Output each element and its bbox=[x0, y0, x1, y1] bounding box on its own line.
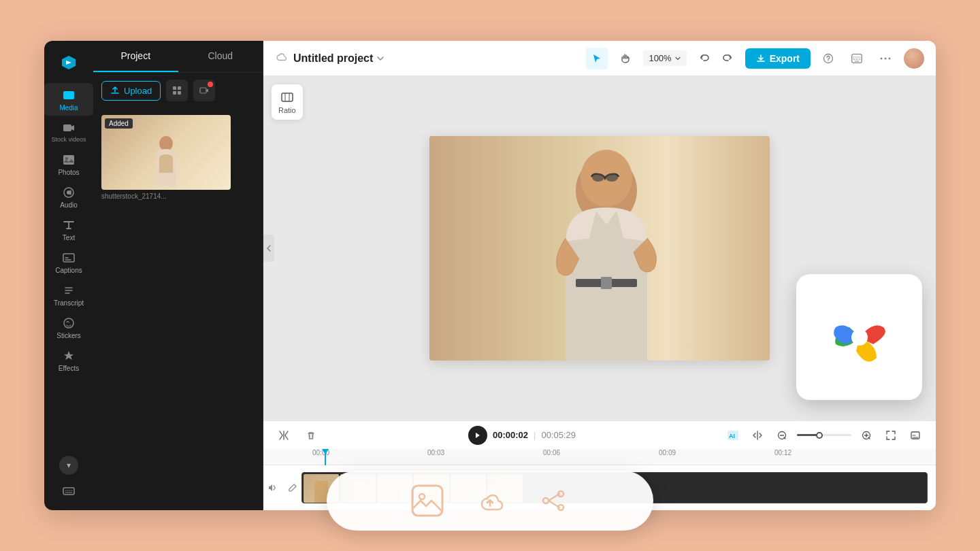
top-bar: Untitled project 100% bbox=[263, 41, 936, 76]
svg-point-16 bbox=[828, 60, 828, 61]
main-area: Untitled project 100% bbox=[263, 41, 936, 510]
fit-view-button[interactable] bbox=[881, 426, 900, 445]
add-media-icon[interactable] bbox=[410, 483, 445, 518]
zoom-slider[interactable] bbox=[797, 434, 851, 436]
sidebar-bottom: ▾ bbox=[55, 456, 82, 510]
redo-button[interactable] bbox=[717, 48, 738, 69]
sidebar-item-transcript[interactable]: Transcript bbox=[44, 278, 93, 311]
svg-point-29 bbox=[851, 329, 868, 346]
cloud-save-icon bbox=[274, 52, 287, 65]
undo-redo-group bbox=[693, 48, 738, 69]
svg-point-36 bbox=[419, 494, 425, 499]
cloud-upload-icon[interactable] bbox=[472, 483, 508, 518]
delete-tool-button[interactable] bbox=[301, 426, 321, 445]
select-tool-button[interactable] bbox=[586, 48, 608, 69]
media-grid: Added shutterstock_21714... bbox=[93, 108, 263, 510]
player-controls: 00:00:02 | 00:05:29 AI bbox=[263, 420, 936, 449]
svg-point-38 bbox=[558, 505, 564, 510]
zoom-control[interactable]: 100% bbox=[643, 50, 686, 66]
panel-toolbar: Upload bbox=[93, 73, 263, 108]
google-photos-popup[interactable] bbox=[796, 274, 922, 400]
trim-tool-button[interactable] bbox=[274, 426, 293, 445]
sidebar-item-keyboard[interactable] bbox=[55, 479, 82, 502]
svg-point-25 bbox=[592, 173, 604, 182]
zoom-out-button[interactable] bbox=[772, 426, 791, 445]
svg-rect-8 bbox=[63, 488, 74, 495]
svg-rect-9 bbox=[173, 86, 176, 90]
left-panel: Project Cloud Upload bbox=[93, 41, 263, 510]
chevron-down-icon bbox=[376, 54, 385, 63]
ai-tools-button[interactable]: AI bbox=[723, 426, 742, 445]
sidebar-item-captions[interactable]: Captions bbox=[44, 246, 93, 278]
hand-tool-button[interactable] bbox=[615, 48, 636, 69]
tab-project[interactable]: Project bbox=[93, 41, 178, 72]
sidebar: Media Stock videos Photos Audio bbox=[44, 41, 93, 510]
sidebar-item-effects[interactable]: Effects bbox=[44, 344, 93, 376]
play-button[interactable] bbox=[468, 426, 487, 445]
undo-button[interactable] bbox=[693, 48, 715, 69]
svg-rect-13 bbox=[200, 88, 206, 93]
added-badge: Added bbox=[105, 118, 133, 129]
panel-collapse-button[interactable] bbox=[263, 235, 274, 262]
svg-point-37 bbox=[558, 491, 564, 497]
sidebar-item-text[interactable]: Text bbox=[44, 213, 93, 246]
svg-point-3 bbox=[65, 157, 68, 160]
share-icon[interactable] bbox=[535, 483, 570, 518]
total-time: 00:05:29 bbox=[541, 430, 576, 440]
ruler-mark-4: 00:12 bbox=[774, 449, 791, 456]
ruler-mark-1: 00:03 bbox=[427, 449, 444, 456]
ruler-mark-3: 00:09 bbox=[659, 449, 676, 456]
sidebar-item-photos[interactable]: Photos bbox=[44, 148, 93, 180]
split-tool-button[interactable] bbox=[748, 426, 767, 445]
current-time: 00:00:02 bbox=[493, 430, 528, 440]
track-volume-button[interactable] bbox=[263, 478, 281, 497]
sidebar-item-audio[interactable]: Audio bbox=[44, 180, 93, 213]
track-edit-button[interactable] bbox=[284, 478, 301, 497]
svg-point-19 bbox=[885, 57, 887, 59]
svg-rect-12 bbox=[178, 91, 181, 95]
svg-rect-21 bbox=[282, 93, 293, 101]
user-avatar[interactable] bbox=[903, 48, 925, 69]
canvas-area: Ratio bbox=[263, 76, 936, 420]
media-filename: shutterstock_21714... bbox=[101, 193, 231, 200]
record-indicator bbox=[208, 82, 213, 87]
keyboard-shortcut-button[interactable] bbox=[846, 48, 868, 69]
avatar-image bbox=[904, 48, 924, 69]
svg-rect-11 bbox=[173, 91, 176, 95]
project-title[interactable]: Untitled project bbox=[293, 52, 385, 65]
zoom-in-button[interactable] bbox=[857, 426, 876, 445]
media-item[interactable]: Added shutterstock_21714... bbox=[101, 115, 231, 200]
timeline-right-tools: AI bbox=[723, 426, 925, 445]
svg-text:AI: AI bbox=[729, 433, 735, 439]
app-logo[interactable] bbox=[55, 49, 82, 76]
svg-point-5 bbox=[67, 190, 71, 195]
ratio-button[interactable]: Ratio bbox=[272, 84, 303, 120]
export-button[interactable]: Export bbox=[745, 48, 811, 69]
svg-point-14 bbox=[159, 136, 173, 151]
track-controls bbox=[263, 478, 301, 497]
ruler-mark-2: 00:06 bbox=[543, 449, 560, 456]
svg-point-18 bbox=[881, 57, 883, 59]
sidebar-collapse-button[interactable]: ▾ bbox=[59, 456, 78, 475]
more-options-button[interactable] bbox=[875, 48, 896, 69]
svg-point-39 bbox=[543, 498, 549, 503]
timeline-ruler: 00:00 00:03 00:06 00:09 00:12 bbox=[263, 449, 936, 465]
panel-layout-button[interactable] bbox=[166, 80, 188, 101]
sidebar-item-stickers[interactable]: Stickers bbox=[44, 311, 93, 344]
video-canvas bbox=[429, 136, 770, 361]
sidebar-item-stock-videos[interactable]: Stock videos bbox=[44, 116, 93, 148]
svg-rect-28 bbox=[601, 277, 612, 289]
sidebar-item-media[interactable]: Media bbox=[44, 83, 93, 116]
help-button[interactable] bbox=[817, 48, 839, 69]
svg-rect-10 bbox=[178, 86, 181, 90]
svg-point-26 bbox=[606, 173, 618, 182]
app-window: Media Stock videos Photos Audio bbox=[44, 41, 936, 510]
upload-button[interactable]: Upload bbox=[101, 81, 161, 101]
tab-cloud[interactable]: Cloud bbox=[178, 41, 263, 72]
svg-point-20 bbox=[889, 57, 891, 59]
svg-rect-2 bbox=[63, 155, 74, 165]
caption-tool-button[interactable] bbox=[906, 426, 925, 445]
panel-record-button[interactable] bbox=[193, 80, 215, 101]
panel-tabs: Project Cloud bbox=[93, 41, 263, 73]
time-display: 00:00:02 | 00:05:29 bbox=[329, 426, 715, 445]
